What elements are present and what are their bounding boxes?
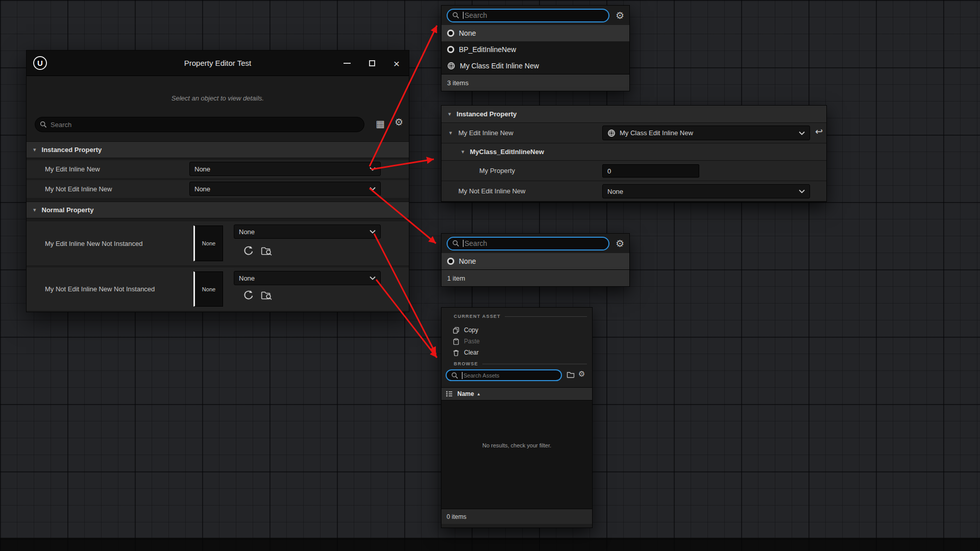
expander-icon[interactable]: ▾	[448, 111, 451, 117]
class-sphere-icon	[607, 129, 616, 137]
thumbnail-label: None	[202, 240, 215, 246]
search-assets-input[interactable]: Search Assets	[446, 369, 562, 381]
asset-list-column-header[interactable]: Name ▲	[442, 387, 592, 400]
row-my-property: My Property 0	[442, 161, 826, 181]
property-label: My Not Edit Inline New	[45, 180, 112, 198]
settings-gear-icon[interactable]: ⚙	[395, 117, 403, 127]
chevron-down-icon	[799, 189, 805, 193]
search-icon	[452, 240, 459, 247]
use-selected-asset-button[interactable]	[243, 290, 254, 300]
asset-dropdown[interactable]: None	[234, 224, 381, 239]
property-label: My Not Edit Inline New	[458, 181, 526, 201]
class-option-none[interactable]: None	[442, 253, 629, 269]
text-caret	[462, 372, 462, 379]
my-not-edit-inline-new-dropdown[interactable]: None	[189, 182, 381, 196]
chevron-down-icon	[370, 230, 376, 234]
copy-icon	[453, 327, 459, 334]
search-placeholder: Search Assets	[463, 372, 499, 379]
class-combo-box[interactable]: My Class Edit Inline New	[602, 126, 810, 140]
property-label: My Edit Inline New	[458, 123, 513, 143]
my-property-value-field[interactable]: 0	[602, 164, 699, 178]
maximize-button[interactable]	[369, 60, 375, 66]
row-my-edit-inline-new: My Edit Inline New None	[27, 160, 409, 178]
expander-icon[interactable]: ▾	[33, 147, 36, 153]
option-label: None	[459, 29, 476, 37]
thumbnail-label: None	[202, 286, 215, 292]
class-circle-icon	[447, 30, 454, 37]
class-picker-search-input[interactable]: Search	[447, 9, 609, 22]
use-selected-asset-button[interactable]	[243, 245, 254, 256]
view-options-grid-icon[interactable]: ▦	[376, 119, 385, 129]
section-instanced-property[interactable]: ▾ Instanced Property	[442, 106, 826, 123]
row-my-edit-inline-new: ▾ My Edit Inline New My Class Edit Inlin…	[442, 123, 826, 143]
class-option-my-class-edit-inline-new[interactable]: My Class Edit Inline New	[442, 58, 629, 74]
minimize-button[interactable]	[344, 63, 351, 64]
reset-to-default-button[interactable]: ↩	[815, 127, 823, 136]
clear-menu-item[interactable]: Clear	[453, 347, 479, 358]
item-count-footer: 3 items	[442, 74, 629, 91]
view-options-icon[interactable]	[446, 390, 453, 397]
property-label: My Property	[479, 161, 515, 181]
chevron-down-icon	[370, 276, 376, 280]
row-my-not-edit-inline-new: My Not Edit Inline New None	[27, 180, 409, 198]
section-label: BROWSE	[454, 361, 478, 366]
details-search-input[interactable]: Search	[35, 117, 364, 132]
window-titlebar[interactable]: U Property Editor Test ×	[27, 51, 409, 76]
asset-thumbnail[interactable]: None	[193, 271, 223, 307]
class-sphere-icon	[447, 62, 455, 70]
section-label: Instanced Property	[457, 110, 517, 118]
section-instanced-property[interactable]: ▾ Instanced Property	[27, 141, 409, 158]
option-label: BP_EditInlineNew	[459, 45, 516, 54]
empty-results-text: No results, check your filter.	[442, 400, 592, 448]
chevron-down-icon	[799, 131, 805, 135]
expander-icon[interactable]: ▾	[461, 149, 464, 155]
section-normal-property[interactable]: ▾ Normal Property	[27, 202, 409, 218]
chevron-down-icon	[370, 167, 376, 171]
class-option-none[interactable]: None	[442, 25, 629, 41]
close-button[interactable]: ×	[394, 58, 400, 69]
my-edit-inline-new-dropdown[interactable]: None	[189, 162, 381, 176]
copy-menu-item[interactable]: Copy	[453, 325, 478, 335]
row-my-not-edit-inline-new-not-instanced: My Not Edit Inline New Not Instanced Non…	[27, 267, 409, 311]
asset-list[interactable]: No results, check your filter.	[442, 400, 592, 509]
expander-icon[interactable]: ▾	[33, 207, 36, 213]
none-picker-search-input[interactable]: Search	[447, 237, 609, 251]
expander-icon[interactable]: ▾	[449, 130, 452, 136]
dropdown-value: None	[194, 185, 210, 193]
folder-browse-icon[interactable]	[567, 371, 575, 379]
subsection-myclass-editinlinenew[interactable]: ▾ MyClass_EditInlineNew	[442, 143, 826, 161]
section-label: CURRENT ASSET	[454, 314, 501, 319]
current-asset-section: CURRENT ASSET	[454, 313, 587, 320]
row-my-not-edit-inline-new: My Not Edit Inline New None	[442, 181, 826, 202]
maximize-icon	[369, 60, 375, 66]
search-icon	[40, 121, 47, 128]
text-caret	[463, 240, 463, 247]
settings-gear-icon[interactable]: ⚙	[616, 11, 624, 20]
class-option-bp-editinlinenew[interactable]: BP_EditInlineNew	[442, 41, 629, 58]
section-label: Normal Property	[42, 206, 94, 214]
my-not-edit-inline-new-dropdown[interactable]: None	[602, 184, 810, 198]
no-selection-hint: Select an object to view details.	[27, 94, 409, 102]
none-picker-popup: Search ⚙ None 1 item	[441, 233, 630, 287]
asset-dropdown[interactable]: None	[234, 271, 381, 285]
browse-to-asset-button[interactable]	[261, 245, 272, 256]
search-placeholder: Search	[51, 121, 71, 129]
dropdown-value: None	[239, 274, 255, 282]
row-my-edit-inline-new-not-instanced: My Edit Inline New Not Instanced None No…	[27, 221, 409, 265]
details-panel: ▾ Instanced Property ▾ My Edit Inline Ne…	[441, 105, 827, 202]
option-label: None	[459, 257, 476, 265]
paste-menu-item[interactable]: Paste	[453, 336, 480, 346]
property-editor-window: U Property Editor Test × Select an objec…	[26, 50, 409, 312]
subsection-label: MyClass_EditInlineNew	[470, 148, 544, 156]
browse-to-asset-button[interactable]	[261, 290, 272, 300]
property-label: My Not Edit Inline New Not Instanced	[45, 267, 155, 311]
menu-label: Clear	[464, 349, 479, 356]
name-column-header[interactable]: Name	[457, 390, 474, 397]
asset-thumbnail[interactable]: None	[193, 226, 223, 261]
search-icon	[451, 372, 458, 379]
trash-icon	[453, 349, 459, 356]
search-placeholder: Search	[464, 11, 487, 19]
settings-gear-icon[interactable]: ⚙	[616, 239, 624, 248]
settings-gear-icon[interactable]: ⚙	[578, 370, 585, 378]
option-label: My Class Edit Inline New	[460, 62, 539, 70]
